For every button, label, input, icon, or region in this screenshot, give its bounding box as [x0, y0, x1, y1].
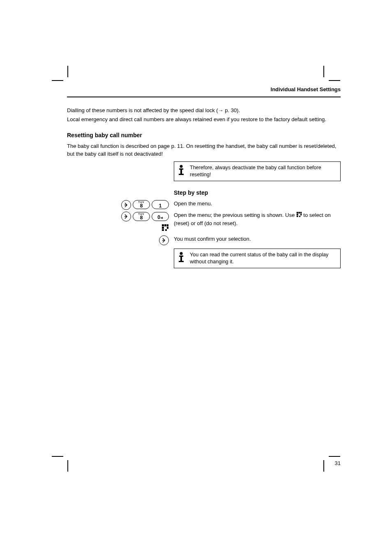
svg-rect-17: [299, 216, 300, 217]
svg-rect-13: [300, 212, 302, 214]
step-row-2-text: Open the menu; the previous setting is s…: [174, 212, 341, 228]
section-title-reset-baby-call: Resetting baby call number: [67, 131, 341, 139]
crop-mark: [323, 460, 324, 472]
step-row-2-keys: TUV 8 0⊲: [67, 212, 174, 234]
svg-rect-4: [162, 224, 164, 226]
svg-rect-6: [167, 224, 168, 226]
svg-rect-10: [165, 229, 167, 231]
info-text: Therefore, always deactivate the baby ca…: [190, 164, 336, 178]
key-1-button[interactable]: 1: [152, 200, 169, 209]
svg-rect-9: [162, 229, 164, 231]
section-title-step-by-step: Step by step: [174, 189, 341, 197]
arrow-right-button[interactable]: [121, 212, 131, 221]
svg-rect-11: [296, 212, 298, 214]
key-8-button[interactable]: TUV 8: [133, 212, 150, 221]
svg-point-18: [180, 252, 183, 255]
info-icon: [177, 251, 186, 265]
key-1-main: 1: [159, 203, 162, 208]
crop-mark: [329, 456, 340, 457]
svg-rect-21: [179, 261, 184, 262]
svg-rect-12: [298, 212, 300, 214]
crop-mark: [67, 460, 68, 472]
step-row-1: TUV 8 1 Open the menu.: [67, 200, 341, 210]
crop-mark: [52, 456, 63, 457]
svg-rect-8: [167, 227, 168, 229]
info-text-2: You can read the current status of the b…: [190, 251, 336, 265]
info-box-deactivate: Therefore, always deactivate the baby ca…: [174, 161, 341, 181]
step-row-3: You must confirm your selection.: [67, 235, 341, 245]
svg-point-0: [180, 165, 183, 168]
key-8-main-b: 8: [140, 215, 143, 220]
info-icon: [177, 164, 186, 178]
key-8-button[interactable]: TUV 8: [133, 200, 150, 209]
header-rule: [67, 97, 341, 97]
svg-rect-7: [162, 227, 164, 229]
step-row-2: TUV 8 0⊲: [67, 212, 341, 234]
toggle-icon-inline: [296, 212, 302, 220]
svg-rect-20: [180, 256, 182, 261]
key-0-button[interactable]: 0⊲: [152, 212, 169, 221]
svg-rect-5: [164, 224, 166, 226]
svg-rect-16: [296, 216, 298, 217]
toggle-icon[interactable]: [161, 224, 169, 234]
intro-paragraph-1: Dialling of these numbers is not affecte…: [67, 107, 341, 115]
section-paragraph-1: The baby call function is described on p…: [67, 143, 341, 158]
svg-rect-14: [296, 214, 298, 215]
crop-mark: [52, 80, 63, 81]
page-number: 31: [335, 460, 341, 466]
arrow-right-button[interactable]: [159, 235, 169, 245]
svg-rect-2: [180, 168, 182, 174]
page-body: Dialling of these numbers is not affecte…: [67, 107, 341, 272]
svg-rect-3: [179, 174, 184, 175]
step-row-1-keys: TUV 8 1: [67, 200, 174, 210]
key-0-main: 0⊲: [157, 215, 163, 221]
crop-mark: [329, 80, 340, 81]
header-title: Individual Handset Settings: [67, 86, 341, 94]
step-row-1-text: Open the menu.: [174, 200, 341, 208]
info-box-display-status: You can read the current status of the b…: [174, 249, 341, 268]
intro-paragraph-2: Local emergency and direct call numbers …: [67, 116, 341, 124]
crop-mark: [67, 66, 68, 77]
svg-rect-15: [300, 214, 302, 215]
page-root: Individual Handset Settings Dialling of …: [0, 0, 392, 555]
crop-mark: [323, 66, 324, 77]
step-row-3-keys: [67, 235, 174, 245]
step-row-3-text: You must confirm your selection.: [174, 235, 341, 243]
page-header: Individual Handset Settings: [67, 86, 341, 97]
arrow-right-button[interactable]: [121, 200, 131, 210]
key-8-main: 8: [140, 203, 143, 208]
